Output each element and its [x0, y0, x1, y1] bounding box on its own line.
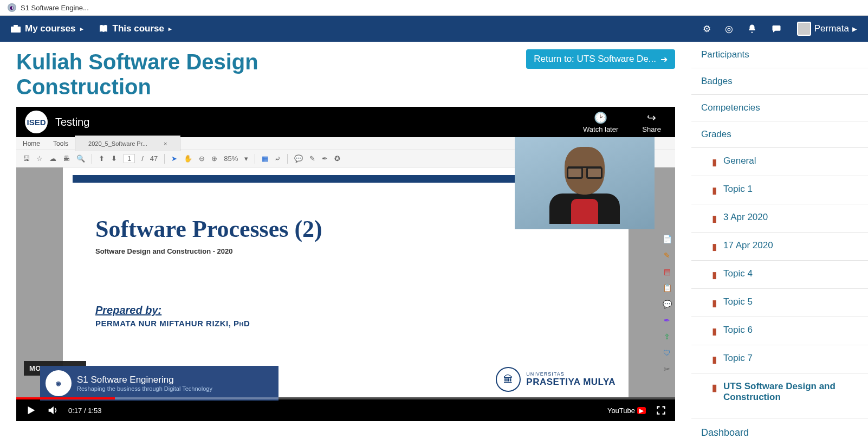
sidebar-item-badges[interactable]: Badges: [691, 68, 868, 94]
sign-icon[interactable]: ✒: [322, 154, 328, 163]
favicon-icon: ◐: [8, 3, 16, 12]
enter-icon: ➜: [660, 54, 668, 65]
cloud-icon[interactable]: ☁: [49, 154, 56, 163]
sidebar-folder-topic4[interactable]: ▮ Topic 4: [691, 260, 868, 288]
folder-icon: ▮: [712, 157, 717, 168]
sidebar-folder-17apr[interactable]: ▮ 17 Apr 2020: [691, 232, 868, 260]
zoom-in-icon[interactable]: ⊕: [211, 154, 217, 163]
caret-right-icon: ▸: [169, 25, 172, 33]
sidebar-folder-general[interactable]: ▮ General: [691, 147, 868, 176]
comment-icon[interactable]: 💬: [294, 154, 303, 163]
sidebar-folder-topic5[interactable]: ▮ Topic 5: [691, 288, 868, 317]
close-icon[interactable]: ×: [157, 138, 173, 149]
youtube-icon: ▶: [637, 407, 646, 414]
zoom-out-icon[interactable]: ⊖: [199, 154, 205, 163]
video-top-bar: ISED Testing 🕑 Watch later ↪ Share: [16, 107, 675, 137]
share-label: Share: [642, 125, 661, 133]
channel-badge[interactable]: ISED: [25, 111, 48, 133]
export-icon[interactable]: 📄: [663, 235, 672, 243]
folder-icon: ▮: [712, 185, 717, 196]
book-icon: [99, 24, 108, 33]
folder-icon: ▮: [712, 382, 717, 394]
folder-icon: ▮: [712, 269, 717, 281]
briefcase-icon: [11, 24, 21, 33]
edit-pdf-icon[interactable]: ✎: [664, 251, 670, 260]
hand-icon[interactable]: ✋: [184, 154, 192, 163]
sidebar-dashboard[interactable]: Dashboard: [691, 418, 868, 441]
sidebar-folder-3apr[interactable]: ▮ 3 Apr 2020: [691, 204, 868, 232]
youtube-link[interactable]: YouTube ▶: [607, 407, 646, 415]
more-tools-icon[interactable]: ✂: [664, 365, 670, 373]
pdf-tab[interactable]: 2020_5_Software Pr... ×: [75, 136, 180, 151]
pdf-menu-home[interactable]: Home: [16, 138, 47, 150]
chat-icon[interactable]: [771, 24, 782, 34]
sidebar-folder-topic7[interactable]: ▮ Topic 7: [691, 345, 868, 373]
page-down-icon[interactable]: ⬇: [111, 154, 117, 163]
nav-my-courses-label: My courses: [25, 23, 76, 34]
pdf-page-sep: /: [141, 154, 144, 163]
pdf-menu-tools[interactable]: Tools: [47, 138, 75, 150]
page-title: Kuliah Software Design Construction: [16, 49, 396, 99]
volume-icon[interactable]: [47, 404, 59, 416]
sidebar-item-grades[interactable]: Grades: [691, 121, 868, 147]
star-icon[interactable]: ☆: [36, 154, 43, 163]
gear-icon[interactable]: ⚙: [703, 23, 711, 35]
layout-icon[interactable]: ▦: [262, 154, 268, 163]
sidebar-item-competencies[interactable]: Competencies: [691, 94, 868, 121]
nav-my-courses[interactable]: My courses ▸: [11, 23, 83, 34]
watch-later-button[interactable]: 🕑 Watch later: [583, 111, 618, 133]
sidebar-folder-topic1[interactable]: ▮ Topic 1: [691, 176, 868, 204]
slide-prepared-name: PERMATA NUR MIFTAHUR RIZKI, PhD: [95, 319, 596, 328]
chevron-down-icon[interactable]: ▾: [244, 154, 248, 163]
fullscreen-icon[interactable]: [656, 405, 666, 416]
avatar: [797, 22, 811, 36]
nav-user-menu[interactable]: Permata ▸: [797, 22, 857, 36]
video-time: 0:17 / 1:53: [68, 407, 101, 415]
protect-icon[interactable]: 🛡: [663, 349, 671, 357]
sidebar-item-participants[interactable]: Participants: [691, 42, 868, 68]
suggested-thumb-icon: ◉: [46, 370, 72, 396]
folder-icon: ▮: [712, 298, 717, 309]
save-icon[interactable]: 🖫: [23, 154, 30, 163]
nav-this-course[interactable]: This course ▸: [99, 23, 172, 34]
highlight-icon[interactable]: ✎: [309, 154, 315, 163]
watch-later-label: Watch later: [583, 125, 618, 133]
return-button[interactable]: Return to: UTS Software De... ➜: [526, 49, 675, 69]
caret-right-icon: ▸: [80, 25, 83, 33]
share-icon: ↪: [647, 111, 656, 124]
folder-icon: ▮: [712, 213, 717, 224]
pdf-zoom[interactable]: 85%: [224, 154, 238, 163]
suggested-title: S1 Software Enginering: [77, 375, 212, 385]
video-title[interactable]: Testing: [55, 116, 89, 128]
browser-tab[interactable]: ◐ S1 Software Engine...: [0, 0, 868, 16]
share-button[interactable]: ↪ Share: [642, 111, 661, 133]
print-icon[interactable]: 🖶: [63, 154, 70, 163]
suggested-video[interactable]: ◉ S1 Software Enginering Reshaping the b…: [40, 366, 278, 401]
play-icon[interactable]: [25, 404, 37, 416]
video-player[interactable]: ISED Testing 🕑 Watch later ↪ Share: [16, 107, 675, 421]
pointer-icon[interactable]: ➤: [171, 154, 177, 163]
organize-icon[interactable]: ▤: [664, 267, 671, 276]
folder-icon: ▮: [712, 354, 717, 365]
comment2-icon[interactable]: 💬: [663, 300, 672, 308]
sign2-icon[interactable]: ✒: [664, 316, 670, 325]
bell-icon[interactable]: [747, 24, 757, 34]
university-big: PRASETIYA MULYA: [526, 377, 616, 388]
pdf-tab-label: 2020_5_Software Pr...: [82, 138, 154, 149]
university-seal-icon: 🏛: [496, 367, 521, 392]
send-icon[interactable]: ⇪: [664, 332, 670, 341]
stamp-icon[interactable]: ✪: [334, 154, 340, 163]
sidebar-folder-topic6[interactable]: ▮ Topic 6: [691, 317, 868, 345]
svg-rect-1: [14, 25, 18, 27]
note-icon[interactable]: 📋: [663, 283, 672, 292]
nav-this-course-label: This course: [113, 23, 164, 34]
pdf-page-current[interactable]: 1: [124, 154, 135, 163]
page-up-icon[interactable]: ⬆: [99, 154, 105, 163]
search-icon[interactable]: 🔍: [76, 154, 85, 163]
suggested-subtitle: Reshaping the business through Digital T…: [77, 385, 212, 392]
sidebar-folder-uts[interactable]: ▮ UTS Software Design and Construction: [691, 373, 868, 410]
target-icon[interactable]: ◎: [725, 23, 733, 35]
svg-rect-0: [11, 27, 21, 33]
folder-icon: ▮: [712, 241, 717, 253]
rotate-icon[interactable]: ⤾: [275, 154, 281, 163]
